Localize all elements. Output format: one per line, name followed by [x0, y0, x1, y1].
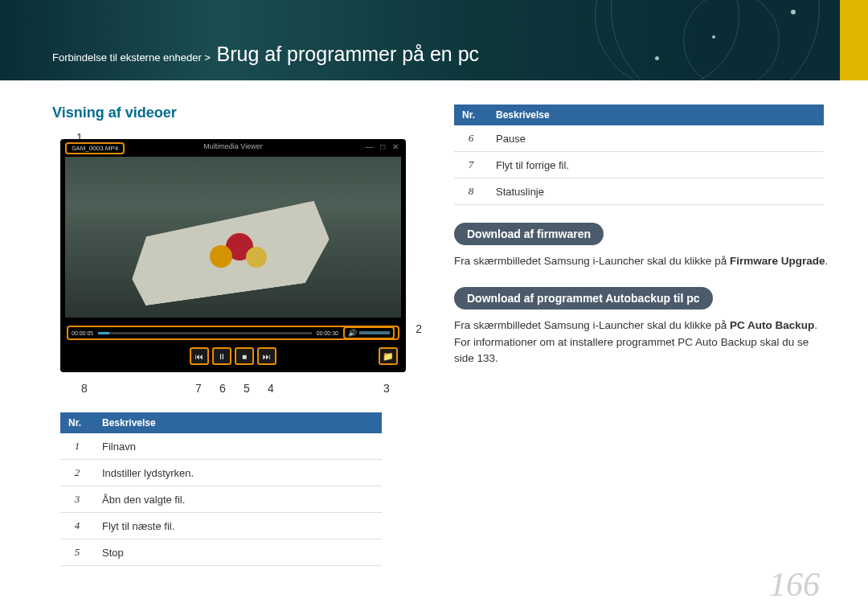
breadcrumb-title: Brug af programmer på en pc	[217, 43, 480, 65]
volume-control[interactable]: 🔊	[343, 326, 395, 339]
progress-bar-group[interactable]: 00:00:05 00:00:30 🔊	[67, 326, 399, 340]
th-nr: Nr.	[454, 105, 488, 125]
multimedia-viewer-window: SAM_0003.MP4 Multimedia Viewer — □ ✕ 00:…	[60, 139, 406, 372]
th-desc: Beskrivelse	[488, 105, 824, 125]
breadcrumb: Forbindelse til eksterne enheder > Brug …	[52, 43, 479, 66]
prev-button[interactable]: ⏮	[190, 347, 209, 365]
legend-table-left: Nr. Beskrivelse 1Filnavn 2Indstiller lyd…	[60, 412, 382, 566]
next-button[interactable]: ⏭	[257, 347, 276, 365]
player-figure: 1 SAM_0003.MP4 Multimedia Viewer — □ ✕ 0…	[52, 139, 406, 390]
seek-bar[interactable]	[98, 332, 312, 334]
callout-6: 6	[219, 382, 226, 395]
top-banner: Forbindelse til eksterne enheder > Brug …	[0, 0, 868, 80]
download-fw-text: Fra skærmbilledet Samsung i-Launcher ska…	[454, 253, 829, 269]
callout-3: 3	[383, 382, 390, 395]
callout-4: 4	[268, 382, 274, 395]
time-total: 00:00:30	[317, 330, 338, 336]
callout-2: 2	[416, 322, 422, 335]
callout-8: 8	[81, 382, 88, 395]
filename-callout: SAM_0003.MP4	[65, 142, 125, 154]
window-controls[interactable]: — □ ✕	[365, 142, 401, 151]
pill-download-fw: Download af firmwaren	[454, 223, 604, 245]
speaker-icon: 🔊	[348, 329, 357, 337]
pause-button[interactable]: ⏸	[212, 347, 231, 365]
pill-download-ab: Download af programmet Autobackup til pc	[454, 287, 713, 310]
section-heading: Visning af videoer	[52, 105, 406, 121]
open-file-button[interactable]: 📁	[379, 347, 398, 365]
stop-button[interactable]: ■	[235, 347, 254, 365]
time-elapsed: 00:00:05	[72, 330, 93, 336]
th-nr: Nr.	[60, 412, 94, 433]
legend-table-right: Nr. Beskrivelse 6Pause 7Flyt til forrige…	[454, 105, 824, 205]
page-number: 166	[769, 565, 820, 604]
breadcrumb-parent: Forbindelse til eksterne enheder >	[52, 51, 211, 64]
video-frame	[65, 157, 401, 318]
callout-row-bottom: 8 7 6 5 4 3	[60, 372, 406, 390]
download-ab-text: Fra skærmbilledet Samsung i-Launcher ska…	[454, 318, 829, 367]
callout-5: 5	[244, 382, 250, 395]
control-row: ⏮ ⏸ ■ ⏭ 📁	[60, 345, 406, 367]
callout-7: 7	[195, 382, 202, 395]
window-title: Multimedia Viewer	[203, 142, 262, 150]
th-desc: Beskrivelse	[94, 412, 382, 433]
